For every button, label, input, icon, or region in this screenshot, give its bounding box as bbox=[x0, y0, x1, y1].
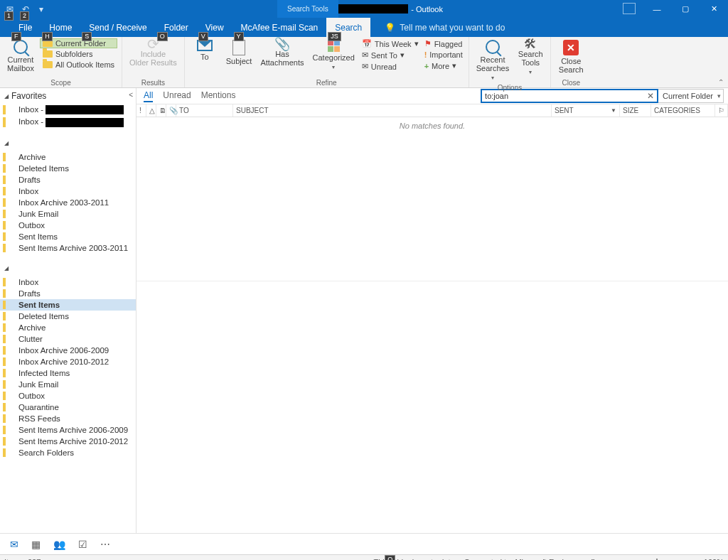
folder-item[interactable]: Archive bbox=[0, 151, 136, 163]
folder-item[interactable]: Sent Items bbox=[0, 299, 136, 311]
folder-item[interactable]: Quarantine bbox=[0, 402, 136, 413]
refine-this-week-button[interactable]: 📅This Week ▾ bbox=[360, 38, 420, 49]
folder-item[interactable]: Inbox Archive 2010-2012 bbox=[0, 356, 136, 367]
close-button[interactable]: ✕ bbox=[700, 0, 728, 18]
folder-item[interactable]: Sent Items Archive 2003-2011 bbox=[0, 242, 136, 254]
refine-categorized-button[interactable]: Categorized▾ bbox=[310, 38, 358, 73]
current-mailbox-button[interactable]: Current Mailbox bbox=[4, 38, 37, 74]
nav-calendar-icon[interactable]: ▦ bbox=[31, 539, 41, 550]
folder-item[interactable]: Clutter bbox=[0, 333, 136, 345]
status-connection: Connected to: Microsoft Exchange bbox=[464, 558, 584, 561]
maximize-button[interactable]: ▢ bbox=[671, 0, 700, 18]
folder-item[interactable]: Infected Items bbox=[0, 367, 136, 379]
close-search-button[interactable]: ✕Close Search bbox=[555, 38, 587, 75]
tab-file[interactable]: FileF bbox=[10, 18, 41, 37]
folder-item[interactable]: Sent Items Archive 2010-2012 bbox=[0, 436, 136, 447]
qat-outlook-icon[interactable]: ✉1 bbox=[3, 2, 17, 16]
search-scope-dropdown[interactable]: Current Folder bbox=[658, 89, 724, 103]
folder-item[interactable]: Junk Email bbox=[0, 208, 136, 220]
view-reading-icon[interactable]: ▭ bbox=[602, 557, 609, 560]
folder-item[interactable]: Inbox bbox=[0, 276, 136, 288]
col-attachment[interactable]: 📎 bbox=[166, 104, 176, 117]
view-normal-icon[interactable]: ▯ bbox=[591, 557, 595, 560]
search-tools-button[interactable]: 🛠Search Tools▾ bbox=[515, 38, 546, 78]
nav-people-icon[interactable]: 👥 bbox=[53, 539, 65, 550]
magnifier-icon bbox=[14, 40, 28, 54]
favorites-header[interactable]: ◢Favorites bbox=[0, 88, 136, 104]
tell-me[interactable]: 💡Tell me what you want to doQ bbox=[385, 18, 505, 37]
close-icon: ✕ bbox=[563, 40, 579, 55]
clear-search-icon[interactable]: ✕ bbox=[647, 91, 654, 101]
col-to[interactable]: TO bbox=[176, 104, 233, 117]
collapse-nav-icon[interactable]: < bbox=[129, 91, 133, 99]
minimize-button[interactable]: — bbox=[643, 0, 671, 18]
folder-item[interactable]: Inbox Archive 2003-2011 bbox=[0, 197, 136, 208]
tab-home[interactable]: HomeH bbox=[41, 18, 80, 37]
tab-search[interactable]: SearchJS bbox=[326, 18, 370, 37]
col-flag[interactable]: ⚐ bbox=[715, 104, 728, 117]
folder-item[interactable]: Outbox bbox=[0, 390, 136, 402]
folder-item[interactable]: Outbox bbox=[0, 220, 136, 231]
account2-header[interactable]: ◢ bbox=[0, 261, 136, 276]
col-sent[interactable]: SENT▼ bbox=[552, 104, 620, 117]
scope-all-outlook-items[interactable]: All Outlook Items bbox=[40, 60, 117, 70]
collapse-ribbon-icon[interactable]: ⌃ bbox=[718, 78, 724, 86]
redacted-account bbox=[330, 4, 408, 14]
message-list: No matches found. bbox=[136, 117, 728, 533]
col-subject[interactable]: SUBJECT bbox=[233, 104, 552, 117]
folder-item[interactable]: Sent Items Archive 2006-2009 bbox=[0, 424, 136, 436]
zoom-in-icon[interactable]: + bbox=[692, 558, 696, 561]
refine-flagged-button[interactable]: ⚑Flagged bbox=[423, 38, 464, 49]
filter-tabs: All Unread Mentions bbox=[141, 90, 235, 102]
zoom-out-icon[interactable]: − bbox=[616, 558, 621, 561]
folder-item[interactable]: Search Folders bbox=[0, 447, 136, 458]
folder-item[interactable]: Drafts bbox=[0, 174, 136, 185]
col-importance[interactable]: ! bbox=[136, 104, 146, 117]
col-size[interactable]: SIZE bbox=[620, 104, 651, 117]
folder-item[interactable]: Junk Email bbox=[0, 379, 136, 390]
folder-item[interactable]: Inbox bbox=[0, 185, 136, 197]
folder-item[interactable]: Inbox - bbox=[0, 116, 136, 128]
nav-mail-icon[interactable]: ✉ bbox=[10, 539, 18, 550]
filter-unread[interactable]: Unread bbox=[163, 90, 191, 102]
col-icon[interactable]: 🗎 bbox=[156, 104, 166, 117]
redacted-account bbox=[11, 264, 104, 274]
refine-sent-to-button[interactable]: ✉Sent To ▾ bbox=[360, 50, 420, 60]
qat-customize-icon[interactable]: ▾ bbox=[34, 2, 48, 16]
refine-unread-button[interactable]: ✉Unread bbox=[360, 61, 420, 72]
col-categories[interactable]: CATEGORIES bbox=[651, 104, 715, 117]
account1-header[interactable]: ◢ bbox=[0, 136, 136, 151]
tab-mcafee[interactable]: McAfee E-mail ScanY bbox=[232, 18, 327, 37]
refine-important-button[interactable]: !Important bbox=[423, 50, 464, 60]
scope-subfolders[interactable]: Subfolders bbox=[40, 49, 117, 59]
tab-folder[interactable]: FolderO bbox=[156, 18, 197, 37]
folder-item[interactable]: Drafts bbox=[0, 288, 136, 299]
tab-view[interactable]: ViewV bbox=[197, 18, 232, 37]
nav-tasks-icon[interactable]: ☑ bbox=[78, 539, 87, 550]
filter-mentions[interactable]: Mentions bbox=[201, 90, 236, 102]
folder-item[interactable]: Deleted Items bbox=[0, 163, 136, 174]
folder-item[interactable]: Inbox Archive 2006-2009 bbox=[0, 345, 136, 356]
refine-has-attachments-button[interactable]: 📎Has Attachments bbox=[257, 38, 306, 68]
refine-more-button[interactable]: +More ▾ bbox=[423, 60, 464, 71]
folder-icon bbox=[43, 61, 53, 68]
ribbon-tabs: FileF HomeH Send / ReceiveS FolderO View… bbox=[0, 18, 728, 37]
recent-searches-button[interactable]: Recent Searches▾ bbox=[473, 38, 512, 84]
filter-all[interactable]: All bbox=[144, 90, 153, 102]
folder-item[interactable]: Deleted Items bbox=[0, 311, 136, 322]
col-reminder[interactable]: △ bbox=[146, 104, 156, 117]
refine-subject-button[interactable]: Subject bbox=[223, 38, 255, 67]
folder-item[interactable]: Inbox - bbox=[0, 104, 136, 116]
ribbon-display-options-icon[interactable] bbox=[623, 3, 636, 14]
tab-send-receive[interactable]: Send / ReceiveS bbox=[80, 18, 155, 37]
folder-item[interactable]: RSS Feeds bbox=[0, 413, 136, 424]
ribbon: Current Mailbox Current Folder Subfolder… bbox=[0, 37, 728, 88]
document-icon bbox=[232, 40, 245, 55]
folder-item[interactable]: Archive bbox=[0, 322, 136, 333]
refine-to-button[interactable]: To bbox=[189, 38, 220, 63]
folder-item[interactable]: Sent Items bbox=[0, 231, 136, 242]
contextual-tab-label: Search Tools bbox=[277, 0, 338, 18]
nav-more-icon[interactable]: ⋯ bbox=[100, 539, 110, 550]
qat-undo-icon[interactable]: ↶2 bbox=[18, 2, 33, 16]
calendar-icon: 📅 bbox=[362, 39, 372, 48]
